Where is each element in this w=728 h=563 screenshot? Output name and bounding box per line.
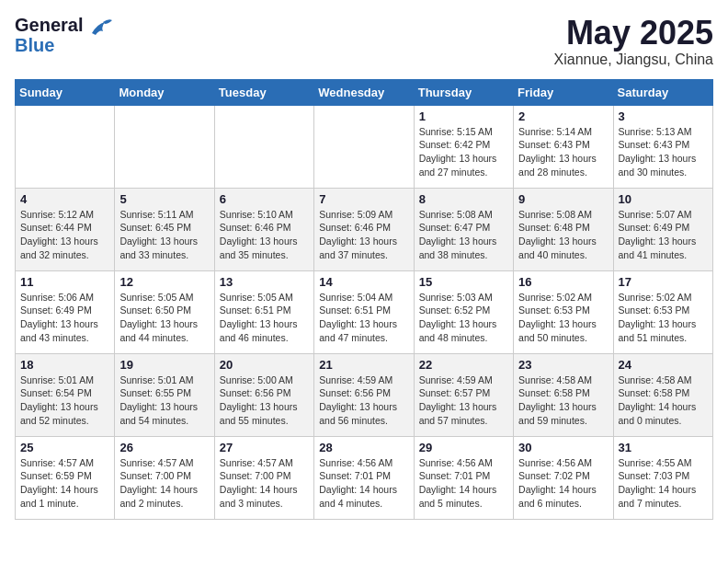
calendar-cell: 26Sunrise: 4:57 AMSunset: 7:00 PMDayligh… — [115, 436, 214, 519]
calendar-cell: 24Sunrise: 4:58 AMSunset: 6:58 PMDayligh… — [613, 353, 712, 436]
day-number: 21 — [319, 358, 408, 372]
month-title: May 2025 — [554, 15, 713, 52]
calendar-cell: 15Sunrise: 5:03 AMSunset: 6:52 PMDayligh… — [414, 270, 513, 353]
cell-content: Sunrise: 5:02 AMSunset: 6:53 PMDaylight:… — [518, 291, 608, 345]
day-number: 25 — [20, 441, 109, 454]
day-number: 31 — [619, 441, 708, 454]
calendar-header: SundayMondayTuesdayWednesdayThursdayFrid… — [16, 79, 713, 105]
cell-content: Sunrise: 5:08 AMSunset: 6:48 PMDaylight:… — [518, 208, 608, 262]
calendar-cell: 20Sunrise: 5:00 AMSunset: 6:56 PMDayligh… — [214, 353, 313, 436]
calendar-week-row: 4Sunrise: 5:12 AMSunset: 6:44 PMDaylight… — [16, 188, 713, 270]
calendar-cell: 7Sunrise: 5:09 AMSunset: 6:46 PMDaylight… — [314, 188, 414, 270]
cell-content: Sunrise: 5:01 AMSunset: 6:54 PMDaylight:… — [20, 373, 109, 428]
day-number: 10 — [619, 192, 708, 206]
cell-content: Sunrise: 5:06 AMSunset: 6:49 PMDaylight:… — [20, 291, 109, 345]
cell-content: Sunrise: 5:09 AMSunset: 6:46 PMDaylight:… — [319, 208, 408, 262]
weekday-header: Saturday — [613, 79, 712, 105]
calendar-body: 1Sunrise: 5:15 AMSunset: 6:42 PMDaylight… — [16, 105, 713, 519]
calendar-cell: 4Sunrise: 5:12 AMSunset: 6:44 PMDaylight… — [16, 188, 115, 270]
cell-content: Sunrise: 4:57 AMSunset: 7:00 PMDaylight:… — [220, 456, 309, 511]
cell-content: Sunrise: 4:59 AMSunset: 6:56 PMDaylight:… — [319, 373, 408, 428]
calendar-cell: 12Sunrise: 5:05 AMSunset: 6:50 PMDayligh… — [115, 270, 214, 353]
location: Xiannue, Jiangsu, China — [554, 52, 713, 68]
cell-content: Sunrise: 4:58 AMSunset: 6:58 PMDaylight:… — [619, 373, 708, 428]
cell-content: Sunrise: 4:56 AMSunset: 7:01 PMDaylight:… — [319, 456, 408, 511]
cell-content: Sunrise: 5:03 AMSunset: 6:52 PMDaylight:… — [419, 291, 508, 345]
cell-content: Sunrise: 5:02 AMSunset: 6:53 PMDaylight:… — [619, 291, 708, 345]
day-number: 24 — [619, 358, 708, 372]
cell-content: Sunrise: 5:15 AMSunset: 6:42 PMDaylight:… — [419, 125, 508, 179]
day-number: 13 — [220, 275, 309, 289]
day-number: 2 — [518, 109, 608, 123]
day-number: 18 — [20, 358, 109, 372]
day-number: 22 — [419, 358, 508, 372]
calendar-cell: 3Sunrise: 5:13 AMSunset: 6:43 PMDaylight… — [613, 105, 712, 188]
day-number: 17 — [619, 275, 708, 289]
cell-content: Sunrise: 4:57 AMSunset: 6:59 PMDaylight:… — [20, 456, 109, 511]
cell-content: Sunrise: 4:55 AMSunset: 7:03 PMDaylight:… — [619, 456, 708, 511]
day-number: 12 — [119, 275, 209, 289]
day-number: 11 — [20, 275, 109, 289]
day-number: 9 — [518, 192, 608, 206]
day-number: 5 — [119, 192, 209, 206]
day-number: 30 — [518, 441, 608, 454]
cell-content: Sunrise: 4:56 AMSunset: 7:02 PMDaylight:… — [518, 456, 608, 511]
day-number: 14 — [319, 275, 408, 289]
logo: General Blue — [15, 15, 114, 55]
day-number: 3 — [619, 109, 708, 123]
cell-content: Sunrise: 5:07 AMSunset: 6:49 PMDaylight:… — [619, 208, 708, 262]
weekday-header: Thursday — [414, 79, 513, 105]
cell-content: Sunrise: 5:05 AMSunset: 6:50 PMDaylight:… — [119, 291, 209, 345]
calendar-cell: 5Sunrise: 5:11 AMSunset: 6:45 PMDaylight… — [115, 188, 214, 270]
logo-general: General — [15, 15, 83, 35]
calendar-cell: 8Sunrise: 5:08 AMSunset: 6:47 PMDaylight… — [414, 188, 513, 270]
weekday-header-row: SundayMondayTuesdayWednesdayThursdayFrid… — [16, 79, 713, 105]
day-number: 20 — [220, 358, 309, 372]
calendar-cell: 31Sunrise: 4:55 AMSunset: 7:03 PMDayligh… — [613, 436, 712, 519]
calendar-cell: 9Sunrise: 5:08 AMSunset: 6:48 PMDaylight… — [514, 188, 613, 270]
cell-content: Sunrise: 4:57 AMSunset: 7:00 PMDaylight:… — [119, 456, 209, 511]
calendar-cell: 6Sunrise: 5:10 AMSunset: 6:46 PMDaylight… — [214, 188, 313, 270]
day-number: 26 — [119, 441, 209, 454]
weekday-header: Wednesday — [314, 79, 414, 105]
calendar-cell — [115, 105, 214, 188]
calendar-cell: 2Sunrise: 5:14 AMSunset: 6:43 PMDaylight… — [514, 105, 613, 188]
cell-content: Sunrise: 5:01 AMSunset: 6:55 PMDaylight:… — [119, 373, 209, 428]
calendar-cell: 1Sunrise: 5:15 AMSunset: 6:42 PMDaylight… — [414, 105, 513, 188]
calendar-cell: 18Sunrise: 5:01 AMSunset: 6:54 PMDayligh… — [16, 353, 115, 436]
calendar-cell: 10Sunrise: 5:07 AMSunset: 6:49 PMDayligh… — [613, 188, 712, 270]
cell-content: Sunrise: 5:00 AMSunset: 6:56 PMDaylight:… — [220, 373, 309, 428]
calendar-cell: 22Sunrise: 4:59 AMSunset: 6:57 PMDayligh… — [414, 353, 513, 436]
cell-content: Sunrise: 5:08 AMSunset: 6:47 PMDaylight:… — [419, 208, 508, 262]
day-number: 29 — [419, 441, 508, 454]
logo-blue: Blue — [15, 35, 83, 55]
cell-content: Sunrise: 5:12 AMSunset: 6:44 PMDaylight:… — [20, 208, 109, 262]
cell-content: Sunrise: 5:05 AMSunset: 6:51 PMDaylight:… — [220, 291, 309, 345]
calendar-cell — [214, 105, 313, 188]
calendar-cell: 19Sunrise: 5:01 AMSunset: 6:55 PMDayligh… — [115, 353, 214, 436]
day-number: 27 — [220, 441, 309, 454]
cell-content: Sunrise: 4:56 AMSunset: 7:01 PMDaylight:… — [419, 456, 508, 511]
calendar-cell: 21Sunrise: 4:59 AMSunset: 6:56 PMDayligh… — [314, 353, 414, 436]
calendar-cell: 16Sunrise: 5:02 AMSunset: 6:53 PMDayligh… — [514, 270, 613, 353]
day-number: 7 — [319, 192, 408, 206]
cell-content: Sunrise: 5:14 AMSunset: 6:43 PMDaylight:… — [518, 125, 608, 179]
calendar-cell: 14Sunrise: 5:04 AMSunset: 6:51 PMDayligh… — [314, 270, 414, 353]
calendar-week-row: 18Sunrise: 5:01 AMSunset: 6:54 PMDayligh… — [16, 353, 713, 436]
calendar-cell — [16, 105, 115, 188]
cell-content: Sunrise: 4:59 AMSunset: 6:57 PMDaylight:… — [419, 373, 508, 428]
logo-bird-icon — [85, 17, 114, 44]
calendar-cell: 25Sunrise: 4:57 AMSunset: 6:59 PMDayligh… — [16, 436, 115, 519]
calendar-cell: 30Sunrise: 4:56 AMSunset: 7:02 PMDayligh… — [514, 436, 613, 519]
day-number: 8 — [419, 192, 508, 206]
calendar-cell: 27Sunrise: 4:57 AMSunset: 7:00 PMDayligh… — [214, 436, 313, 519]
header: General Blue May 2025 Xiannue, Jiangsu, … — [15, 15, 713, 68]
day-number: 15 — [419, 275, 508, 289]
weekday-header: Sunday — [16, 79, 115, 105]
weekday-header: Monday — [115, 79, 214, 105]
cell-content: Sunrise: 5:11 AMSunset: 6:45 PMDaylight:… — [119, 208, 209, 262]
calendar-cell: 29Sunrise: 4:56 AMSunset: 7:01 PMDayligh… — [414, 436, 513, 519]
day-number: 23 — [518, 358, 608, 372]
cell-content: Sunrise: 4:58 AMSunset: 6:58 PMDaylight:… — [518, 373, 608, 428]
day-number: 28 — [319, 441, 408, 454]
